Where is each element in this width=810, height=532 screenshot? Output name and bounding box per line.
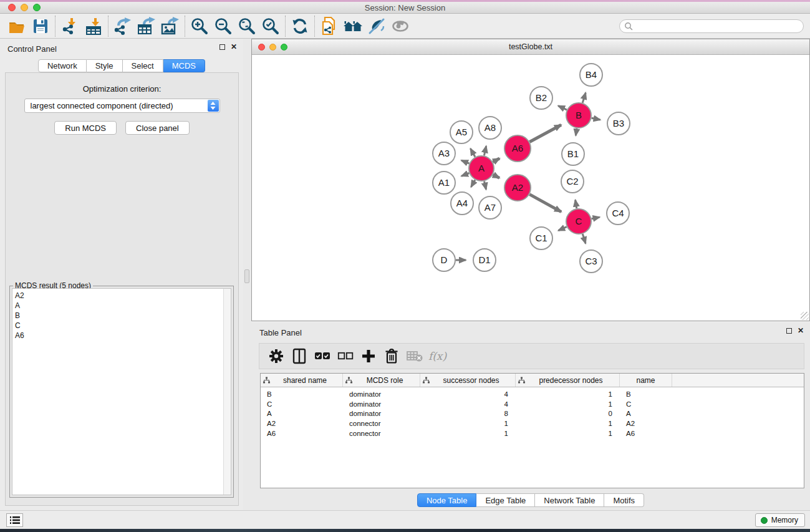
- home-icon[interactable]: [341, 16, 365, 37]
- tab-select[interactable]: Select: [123, 59, 163, 72]
- column-header-shared-name[interactable]: shared name: [261, 374, 343, 387]
- cell-name: A: [620, 410, 672, 417]
- mcds-result-item[interactable]: C: [15, 321, 231, 331]
- graph-edge-C-C2[interactable]: [576, 200, 577, 209]
- close-window-button[interactable]: [8, 4, 16, 11]
- import-network-icon[interactable]: [58, 16, 82, 37]
- show-columns-icon[interactable]: [287, 346, 311, 367]
- delete-column-trash-icon[interactable]: [380, 346, 403, 367]
- mcds-result-item[interactable]: B: [15, 311, 231, 321]
- zoom-selected-icon[interactable]: [259, 16, 282, 37]
- network-canvas[interactable]: B4B2BB3A5A8A6A3B1AA1C2A2A4A7CC4C1C3DD1: [252, 55, 809, 321]
- table-row[interactable]: Adominator80A: [261, 409, 804, 418]
- save-session-icon[interactable]: [29, 16, 52, 37]
- graph-edge-A6-B[interactable]: [529, 125, 561, 142]
- graph-node-label-C2: C2: [566, 176, 578, 186]
- mcds-result-item[interactable]: A2: [15, 291, 231, 301]
- graph-edge-A-A1[interactable]: [461, 173, 469, 177]
- graph-edge-A-A4[interactable]: [471, 180, 475, 186]
- table-header-row: shared nameMCDS rolesuccessor nodesprede…: [261, 374, 804, 387]
- duplicate-network-icon[interactable]: [317, 16, 341, 37]
- network-zoom-button[interactable]: [281, 44, 287, 51]
- tab-mcds[interactable]: MCDS: [163, 59, 205, 72]
- graph-edge-A-A8[interactable]: [484, 146, 486, 155]
- graph-edge-C-C3[interactable]: [582, 234, 586, 243]
- column-header-MCDS-role[interactable]: MCDS role: [343, 374, 420, 387]
- deselect-all-checks-icon[interactable]: [334, 346, 357, 367]
- graph-node-label-B2: B2: [536, 92, 547, 103]
- column-header-predecessor-nodes[interactable]: predecessor nodes: [516, 374, 620, 387]
- graph-edge-A-A6[interactable]: [493, 158, 499, 162]
- graph-edge-B-B1[interactable]: [576, 128, 577, 136]
- column-header-successor-nodes[interactable]: successor nodes: [420, 374, 516, 387]
- export-image-icon[interactable]: [158, 16, 182, 37]
- cell-successor-nodes: 1: [420, 430, 516, 437]
- add-column-plus-icon[interactable]: [357, 346, 380, 367]
- graph-edge-C-C1[interactable]: [558, 227, 566, 231]
- tab-network-table[interactable]: Network Table: [535, 493, 604, 507]
- memory-status-icon: [761, 517, 768, 524]
- task-history-button[interactable]: [6, 513, 23, 527]
- search-input[interactable]: [619, 19, 804, 33]
- mcds-result-group: MCDS result (5 nodes) A2ABCA6: [9, 286, 234, 498]
- cell-MCDS-role: connector: [343, 420, 420, 427]
- run-mcds-button[interactable]: Run MCDS: [54, 121, 117, 135]
- refresh-view-icon[interactable]: [288, 16, 312, 37]
- table-row[interactable]: A2connector11A2: [261, 418, 804, 428]
- graph-node-label-D: D: [441, 254, 448, 265]
- minimize-window-button[interactable]: [21, 4, 28, 11]
- criterion-select[interactable]: largest connected component (directed): [24, 99, 220, 113]
- memory-button[interactable]: Memory: [755, 513, 805, 527]
- network-minimize-button[interactable]: [269, 44, 276, 51]
- table-panel-close-icon[interactable]: ✕: [798, 328, 804, 334]
- select-stepper-icon: [208, 100, 219, 112]
- zoom-out-icon[interactable]: [211, 16, 235, 37]
- graph-edge-A-A5[interactable]: [471, 148, 475, 157]
- tab-node-table[interactable]: Node Table: [417, 493, 477, 507]
- split-divider-handle[interactable]: [244, 269, 249, 283]
- table-settings-gear-icon[interactable]: [264, 346, 287, 367]
- column-type-icon: [423, 377, 430, 384]
- graph-edge-A-A3[interactable]: [461, 160, 470, 163]
- mcds-list-scrollbar[interactable]: [223, 289, 231, 495]
- zoom-fit-icon[interactable]: [235, 16, 259, 37]
- export-table-icon[interactable]: [135, 16, 158, 37]
- mcds-result-item[interactable]: A6: [15, 331, 231, 341]
- control-panel-close-icon[interactable]: ✕: [231, 44, 237, 50]
- select-all-checks-icon[interactable]: [311, 346, 334, 367]
- zoom-window-button[interactable]: [33, 4, 41, 11]
- column-type-icon: [518, 377, 525, 384]
- network-close-button[interactable]: [258, 44, 265, 51]
- open-file-icon[interactable]: [5, 16, 29, 37]
- graph-edge-B-B2[interactable]: [558, 106, 567, 110]
- control-panel-float-icon[interactable]: [219, 44, 225, 50]
- graph-edge-B-B4[interactable]: [582, 93, 586, 103]
- resize-grip[interactable]: [801, 312, 809, 320]
- graph-edge-C-C4[interactable]: [592, 217, 600, 219]
- export-network-icon[interactable]: [111, 16, 135, 37]
- tab-network[interactable]: Network: [38, 59, 87, 72]
- tab-style[interactable]: Style: [87, 59, 123, 72]
- cell-MCDS-role: dominator: [343, 400, 420, 408]
- toggle-graphics-details-icon[interactable]: [365, 16, 388, 37]
- table-row[interactable]: Cdominator41C: [261, 399, 804, 409]
- graph-edge-A-A2[interactable]: [493, 175, 499, 178]
- table-row[interactable]: A6connector11A6: [261, 428, 804, 438]
- table-panel-float-icon[interactable]: [786, 328, 792, 334]
- column-header-name[interactable]: name: [620, 374, 672, 387]
- table-row[interactable]: Bdominator41B: [261, 389, 804, 399]
- import-table-icon[interactable]: [82, 16, 105, 37]
- column-type-icon: [263, 377, 270, 384]
- graph-edge-A2-C[interactable]: [529, 195, 561, 212]
- close-panel-button[interactable]: Close panel: [125, 121, 190, 135]
- main-toolbar: [0, 14, 810, 39]
- graph-edge-B-B3[interactable]: [592, 118, 600, 120]
- tab-motifs[interactable]: Motifs: [604, 493, 644, 507]
- mcds-result-item[interactable]: A: [15, 301, 231, 311]
- graph-node-label-C4: C4: [612, 208, 624, 218]
- graph-edge-A-A7[interactable]: [485, 181, 486, 190]
- show-hide-panel-eye-icon[interactable]: [388, 16, 412, 37]
- tab-edge-table[interactable]: Edge Table: [476, 493, 535, 507]
- memory-label: Memory: [771, 516, 798, 525]
- zoom-in-icon[interactable]: [188, 16, 211, 37]
